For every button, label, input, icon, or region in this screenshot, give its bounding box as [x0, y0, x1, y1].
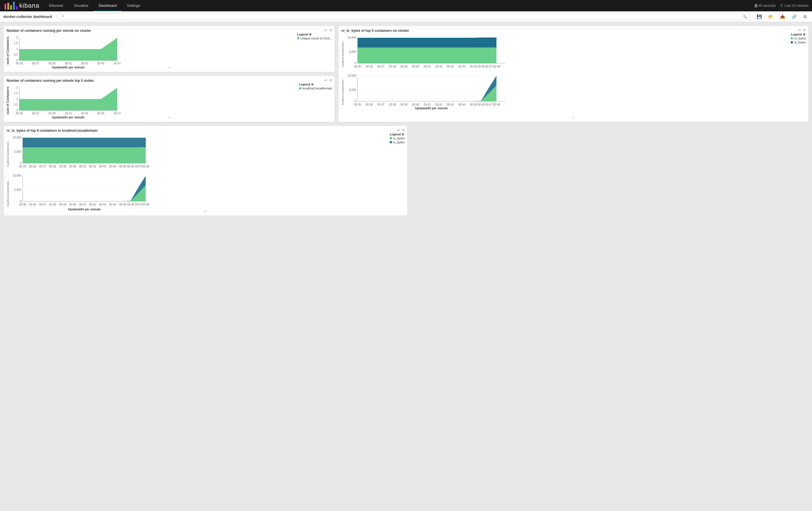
svg-text:00:35: 00:35	[16, 62, 23, 65]
svg-text:00:47: 00:47	[114, 112, 121, 115]
dashboard-title: docker-collector dashboard	[3, 14, 57, 19]
settings-icon[interactable]: ⚙	[802, 13, 809, 20]
svg-text:00:46: 00:46	[127, 165, 134, 168]
panel1-legend-item-0: Unique count of Cont...	[297, 37, 332, 40]
svg-text:00:47: 00:47	[114, 62, 121, 65]
panel1-close[interactable]: ✕	[329, 28, 332, 32]
nav-settings[interactable]: Settings	[122, 0, 145, 11]
svg-text:00:37: 00:37	[39, 165, 46, 168]
panel3-legend-dot-0	[299, 87, 301, 89]
svg-text:1.5: 1.5	[14, 42, 18, 45]
panel2-y-label-top: localhost.localdomain/...	[341, 40, 344, 67]
svg-text:00:36: 00:36	[366, 103, 373, 106]
svg-text:00:45: 00:45	[470, 103, 477, 106]
svg-text:00:43: 00:43	[99, 203, 106, 206]
svg-text:00:35: 00:35	[19, 203, 26, 206]
svg-text:00:37: 00:37	[377, 103, 384, 106]
svg-text:00:44: 00:44	[458, 103, 465, 106]
panel2-charts: localhost.localdomain/... 0 5,000 10,000	[341, 35, 806, 110]
panel4-close[interactable]: ✕	[402, 128, 405, 132]
nav-items: Discover Visualize Dashboard Settings	[44, 0, 755, 11]
svg-text:00:39: 00:39	[59, 203, 66, 206]
search-icon[interactable]: 🔍	[743, 15, 747, 19]
panel1-legend-title: Legend ⚙	[297, 33, 332, 36]
panel3-edit[interactable]: ✏	[324, 78, 327, 82]
search-input[interactable]	[62, 14, 743, 19]
svg-text:00:42: 00:42	[89, 165, 96, 168]
panel4-top-chart-row: localhost.localdomain/... 0 5,000 10,000	[6, 135, 404, 172]
svg-text:10,000: 10,000	[347, 36, 356, 39]
panel2-top-chart: 0 5,000 10,000 00:35 00:36	[345, 35, 510, 72]
svg-text:00:36: 00:36	[29, 203, 36, 206]
panel4-actions: ✏ ✕	[397, 128, 405, 132]
panel2-collapse[interactable]: ⌃	[572, 116, 575, 121]
svg-text:0.5: 0.5	[14, 103, 18, 106]
svg-text:00:43: 00:43	[447, 103, 454, 106]
svg-marker-121	[23, 185, 146, 201]
nav-discover[interactable]: Discover	[44, 0, 69, 11]
kibana-logo[interactable]: kibana	[0, 0, 44, 11]
svg-text:00:39: 00:39	[59, 165, 66, 168]
panel4-collapse[interactable]: ⌃	[204, 210, 207, 214]
panel4-edit[interactable]: ✏	[397, 128, 400, 132]
kibana-text: kibana	[19, 2, 39, 9]
refresh-interval[interactable]: 30 seconds	[755, 4, 776, 8]
svg-text:00:37: 00:37	[32, 62, 39, 65]
svg-marker-122	[23, 176, 146, 201]
svg-text:00:46: 00:46	[127, 203, 134, 206]
svg-text:00:45: 00:45	[97, 62, 104, 65]
panel2-close[interactable]: ✕	[803, 28, 806, 32]
nav-dashboard[interactable]: Dashboard	[93, 0, 122, 11]
svg-text:00:44: 00:44	[109, 203, 116, 206]
panel3-legend-item-0: localhost.localdomain	[299, 87, 332, 90]
panel2-legend-title: Legend ⚙	[791, 33, 806, 36]
svg-text:00:36: 00:36	[366, 65, 373, 68]
svg-marker-98	[23, 147, 146, 163]
svg-text:10,000: 10,000	[12, 174, 21, 177]
panel2-legend-dot-0	[791, 37, 793, 39]
panel3-legend-title: Legend ⚙	[299, 83, 332, 86]
share-icon[interactable]: 📤	[778, 13, 787, 20]
panel-rxtx-localhost: rx_tx_bytes of top 5 containers in local…	[3, 125, 408, 216]
panel4-title: rx_tx_bytes of top 5 containers in local…	[6, 129, 404, 132]
svg-text:00:46: 00:46	[478, 65, 485, 68]
svg-text:00:40: 00:40	[69, 165, 76, 168]
charts-row-2: rx_tx_bytes of top 5 containers in local…	[3, 125, 809, 216]
svg-text:00:41: 00:41	[65, 112, 72, 115]
panel1-edit[interactable]: ✏	[324, 28, 327, 32]
svg-text:5,000: 5,000	[14, 150, 21, 153]
panel3-title: Number of containers running per minute …	[6, 79, 332, 83]
panel2-legend-item-1: tx_bytes	[791, 40, 806, 44]
svg-text:00:43: 00:43	[99, 165, 106, 168]
svg-text:00:39: 00:39	[48, 62, 55, 65]
svg-text:00:37: 00:37	[39, 203, 46, 206]
panel2-edit[interactable]: ✏	[798, 28, 801, 32]
panel4-bottom-chart-row: localhost.localdomain/... 0 5,000 10,000	[6, 173, 404, 213]
svg-text:00:38: 00:38	[49, 165, 56, 168]
panel3-close[interactable]: ✕	[329, 78, 332, 82]
panel1-collapse[interactable]: ⌃	[168, 66, 171, 71]
time-range[interactable]: ⏱ Last 15 minutes	[780, 4, 809, 8]
save-icon[interactable]: 💾	[755, 13, 764, 20]
svg-text:00:47: 00:47	[485, 103, 492, 106]
svg-text:0: 0	[355, 100, 356, 103]
panel3-collapse[interactable]: ⌃	[168, 116, 171, 121]
svg-text:00:41: 00:41	[65, 62, 72, 65]
panel3-legend: Legend ⚙ localhost.localdomain	[299, 83, 332, 91]
nav-visualize[interactable]: Visualize	[68, 0, 93, 11]
panel3-chart: 0 0.5 1 1.5 2 ount of Containers 00:35 0…	[6, 85, 126, 119]
svg-text:00:46: 00:46	[478, 103, 485, 106]
panel1-legend: Legend ⚙ Unique count of Cont...	[297, 33, 332, 40]
open-icon[interactable]: 📂	[766, 13, 775, 20]
panel2-actions: ✏ ✕	[798, 28, 806, 32]
svg-text:00:48: 00:48	[493, 65, 500, 68]
svg-text:10,000: 10,000	[347, 74, 356, 77]
panel4-charts: localhost.localdomain/... 0 5,000 10,000	[6, 135, 404, 213]
link-icon[interactable]: 🔗	[790, 13, 799, 20]
panel4-legend: Legend ⚙ rx_bytes tx_bytes	[390, 132, 405, 145]
svg-text:00:39: 00:39	[48, 112, 55, 115]
svg-text:00:39: 00:39	[401, 103, 408, 106]
svg-text:00:39: 00:39	[401, 65, 408, 68]
main-content: Number of containers running per minute …	[0, 22, 812, 219]
svg-text:00:48: 00:48	[142, 203, 149, 206]
